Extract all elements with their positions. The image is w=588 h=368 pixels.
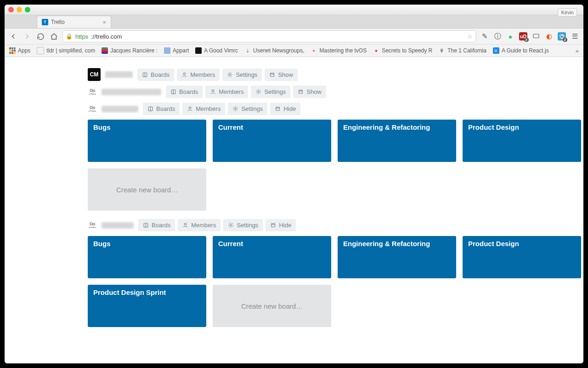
svg-point-27 [185,223,187,225]
browser-tabstrip: T Trello × [5,15,583,29]
info-icon[interactable]: ⓘ [493,32,502,40]
bookmark-apps[interactable]: Apps [9,47,30,54]
create-board-tile[interactable]: Create new board… [88,168,206,211]
team-settings-button[interactable]: Settings [222,69,262,81]
profile-badge[interactable]: Kévin [558,8,577,17]
board-tile[interactable]: Product Design [463,120,581,162]
svg-point-8 [93,90,95,92]
board-tile[interactable]: Current [213,120,331,162]
team-name-redacted [102,89,161,95]
bookmark-item[interactable]: tldr | simplified, com [37,47,95,54]
nav-reload-button[interactable] [37,33,45,40]
team-boards-button[interactable]: Boards [137,69,174,81]
ublock-icon[interactable]: uO2 [519,32,527,40]
nav-back-button[interactable] [9,32,17,40]
team-name-redacted [102,222,134,229]
team-members-button[interactable]: Members [182,103,225,115]
people-icon [88,87,97,97]
window-close-button[interactable] [8,7,14,12]
board-tile[interactable]: Bugs [88,120,206,162]
svg-point-3 [184,73,186,75]
create-board-tile[interactable]: Create new board… [213,285,331,327]
team-hide-button[interactable]: Hide [270,103,300,115]
bookmarks-overflow-button[interactable]: » [576,47,579,54]
svg-point-19 [189,107,191,109]
bookmark-item[interactable]: ⚛A Guide to React.js [493,47,549,54]
team-settings-button[interactable]: Settings [251,86,290,98]
svg-point-20 [235,108,236,109]
svg-point-16 [93,107,95,109]
svg-rect-5 [271,73,274,76]
window-titlebar [5,5,583,15]
window-minimize-button[interactable] [17,7,22,12]
bookmark-item[interactable]: ♥Secrets to Speedy R [373,47,432,54]
browser-tab-trello[interactable]: T Trello × [37,16,111,28]
svg-point-15 [90,106,92,109]
browser-menu-button[interactable]: ☰ [571,32,579,40]
svg-point-12 [258,91,259,92]
svg-rect-13 [299,90,303,94]
heart-icon: ♥ [373,47,379,54]
team-hide-button[interactable]: Hide [266,219,296,231]
board-tile[interactable]: Product Design [463,236,581,278]
eyedropper-icon[interactable]: ✎ [481,32,489,40]
team-boards-button[interactable]: Boards [166,86,203,98]
team-settings-button[interactable]: Settings [228,103,267,115]
board-tile[interactable]: Current [213,236,331,278]
trello-favicon: T [42,19,48,25]
svg-rect-0 [533,34,539,38]
extension-circle-icon[interactable]: ◐ [545,32,553,40]
team-logo: CM [88,68,101,81]
svg-rect-29 [271,224,275,227]
team-members-button[interactable]: Members [205,86,248,98]
window-zoom-button[interactable] [25,7,30,12]
ghostery-icon[interactable]: 👻2 [558,32,566,40]
browser-toolbar: 🔒 https://trello.com ☆ ✎ ⓘ ● uO2 ◐ 👻2 ☰ [5,29,583,45]
lock-icon: 🔒 [66,33,73,40]
svg-rect-21 [276,107,280,111]
cast-icon[interactable] [532,32,540,40]
team-show-button[interactable]: Show [265,69,298,81]
bookmark-apps-label: Apps [18,47,30,54]
svg-point-24 [93,223,95,225]
page-icon [195,47,202,54]
board-tile[interactable]: Product Design Sprint [88,285,206,327]
team-boards-button[interactable]: Boards [138,219,175,231]
svg-point-11 [212,90,214,92]
bookmark-item[interactable]: ✦Mastering the tvOS [311,47,367,54]
team-header: Boards Members Settings Show [88,86,540,98]
team-show-button[interactable]: Show [293,86,326,98]
bookmark-item[interactable]: ⇣Usenet Newsgroups, [244,47,304,54]
svg-point-28 [230,224,232,226]
folder-icon [164,47,170,54]
apps-grid-icon [9,47,16,54]
bookmark-item[interactable]: 🎙The 1 California [439,47,486,54]
airbnb-icon: ✦ [311,47,317,54]
extension-green-icon[interactable]: ● [506,32,514,40]
bookmark-item[interactable]: Jacques Rancière : [102,47,158,54]
people-icon [88,221,97,230]
page-icon [102,47,108,54]
address-bar[interactable]: 🔒 https://trello.com ☆ [62,30,476,42]
team-boards-button[interactable]: Boards [143,103,180,115]
url-scheme: https [75,33,88,40]
team-settings-button[interactable]: Settings [223,219,263,231]
team-members-button[interactable]: Members [178,219,220,231]
team-members-button[interactable]: Members [177,69,220,81]
board-tile[interactable]: Engineering & Refactoring [338,120,456,162]
svg-point-7 [90,89,92,92]
people-icon [88,104,97,114]
bookmark-item[interactable]: A Good Vimrc [195,47,238,54]
boards-grid: Bugs Current Engineering & Refactoring P… [88,236,540,327]
nav-forward-button[interactable] [23,32,31,40]
board-tile[interactable]: Bugs [88,236,206,278]
svg-point-23 [90,223,92,225]
bookmark-star-icon[interactable]: ☆ [467,33,473,40]
bookmark-item[interactable]: Appart [164,47,189,54]
svg-point-4 [229,74,231,75]
nav-home-button[interactable] [50,33,58,40]
team-header: CM Boards Members Settings Show [88,68,540,81]
tab-close-button[interactable]: × [102,19,106,26]
board-tile[interactable]: Engineering & Refactoring [338,236,456,278]
page-icon: ⇣ [244,47,251,54]
